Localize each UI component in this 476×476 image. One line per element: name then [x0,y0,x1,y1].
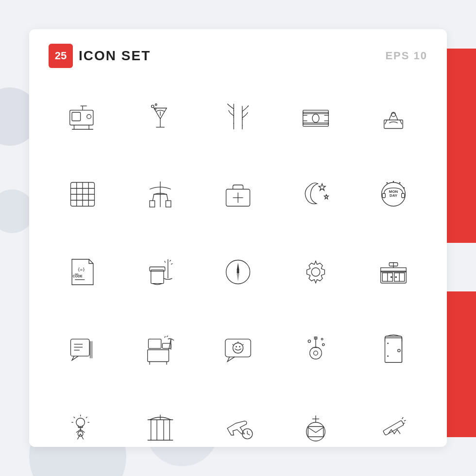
svg-point-110 [308,340,310,342]
svg-marker-47 [319,184,325,190]
svg-marker-69 [237,263,239,272]
svg-rect-53 [402,193,405,198]
svg-point-103 [232,344,233,345]
outdoor-cafe-icon [126,160,194,228]
svg-point-2 [87,115,91,119]
svg-rect-23 [303,112,329,114]
svg-point-112 [323,343,324,345]
svg-point-116 [387,343,389,344]
monday-icon: MON DAY [359,160,427,228]
svg-line-67 [171,264,173,265]
saw-icon [359,393,427,461]
door-icon [359,316,427,384]
svg-rect-142 [308,426,323,437]
svg-rect-24 [303,123,329,124]
header-eps: EPS 10 [385,50,427,62]
svg-rect-1 [72,112,81,121]
svg-point-124 [76,418,85,427]
svg-point-79 [391,276,392,278]
svg-point-11 [155,104,157,106]
email-circle-icon [282,393,350,461]
svg-rect-83 [71,339,90,356]
svg-point-54 [393,181,394,182]
svg-point-72 [311,268,320,276]
svg-point-12 [154,108,156,110]
code-file-icon: CODE {=} [49,238,117,306]
header: 25 ICON SET EPS 10 [49,44,427,68]
svg-line-96 [165,336,166,338]
svg-line-147 [404,420,406,421]
svg-line-66 [170,260,171,262]
svg-point-55 [399,182,401,184]
svg-rect-52 [382,193,385,198]
message-emoji-icon [204,316,272,384]
svg-rect-63 [150,267,165,272]
svg-point-141 [306,423,325,442]
svg-line-33 [400,120,402,124]
svg-line-140 [247,434,250,435]
svg-point-56 [404,187,405,189]
svg-line-146 [402,417,404,419]
svg-marker-70 [237,272,239,281]
work-desk-icon [126,316,194,384]
svg-point-102 [238,341,238,342]
svg-line-97 [167,336,168,337]
money-icon [282,83,350,151]
sewing-machine-icon [49,83,117,151]
svg-point-111 [321,338,323,340]
grid-icon [49,160,117,228]
badge-number: 25 [49,44,73,68]
gear-settings-icon [282,238,350,306]
svg-rect-89 [148,350,169,362]
svg-rect-42 [150,201,155,207]
svg-point-106 [310,347,322,359]
svg-line-127 [86,417,87,418]
svg-point-99 [233,343,243,353]
svg-point-100 [236,346,237,348]
chat-book-icon [49,316,117,384]
bathroom-vanity-icon [359,238,427,306]
idea-person-icon [49,393,117,461]
svg-line-65 [165,261,166,263]
toilet-plunger-icon [126,238,194,306]
svg-text:CODE: CODE [72,274,83,278]
svg-point-10 [152,105,154,107]
bamboo-icon [204,83,272,151]
chemistry-guitar-icon [282,316,350,384]
svg-rect-113 [385,338,402,363]
svg-rect-43 [166,201,171,207]
svg-text:{=}: {=} [78,267,85,272]
svg-rect-62 [151,270,164,284]
svg-text:DAY: DAY [390,193,398,198]
medical-kit-icon [204,160,272,228]
svg-point-57 [387,182,388,184]
main-card: 25 ICON SET EPS 10 [29,29,447,447]
moon-stars-icon [282,160,350,228]
svg-line-128 [74,417,75,418]
svg-rect-30 [384,120,403,129]
icon-grid: MON DAY CODE {=} [49,83,427,461]
svg-point-71 [237,271,239,273]
svg-text:MON: MON [389,189,398,194]
svg-point-80 [395,276,397,278]
svg-point-104 [242,344,243,345]
cocktail-icon [126,83,194,151]
svg-point-117 [387,356,389,357]
svg-point-25 [312,114,319,123]
rocket-box-icon [359,83,427,151]
header-title: ICON SET [79,48,151,64]
svg-point-107 [314,351,318,356]
svg-rect-90 [149,339,161,348]
svg-marker-48 [324,194,329,199]
compass-icon [204,238,272,306]
airplane-clock-icon [204,393,272,461]
svg-point-101 [239,346,240,348]
svg-line-32 [385,120,387,124]
svg-point-115 [398,349,400,352]
temple-icon [126,393,194,461]
header-left: 25 ICON SET [49,44,151,68]
